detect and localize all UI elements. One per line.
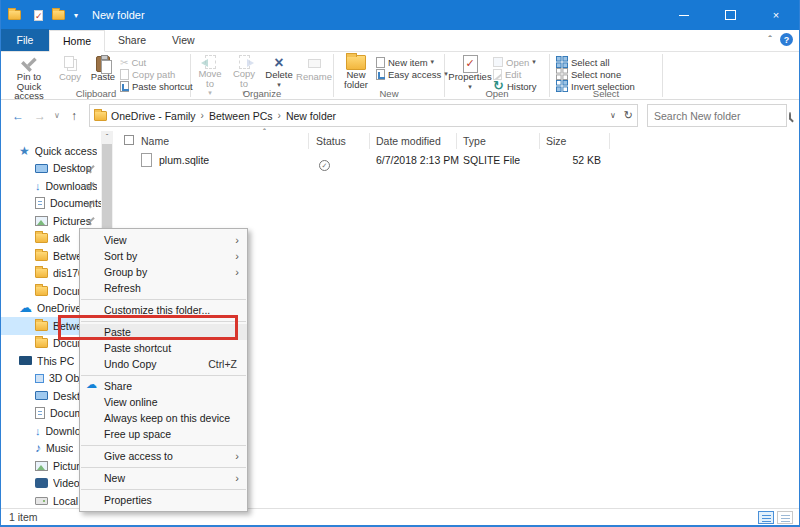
collapse-ribbon-icon[interactable]: ˆ	[768, 34, 772, 46]
menu-label: Properties	[104, 494, 152, 506]
app-folder-icon	[8, 10, 21, 20]
breadcrumb-new-folder[interactable]: New folder	[282, 110, 340, 122]
qat-dropdown-icon[interactable]: ▾	[74, 11, 78, 20]
onedrive-cloud-icon: ☁	[86, 379, 97, 389]
column-header-date-modified[interactable]: Date modified	[376, 131, 441, 151]
column-header-status[interactable]: Status	[316, 131, 346, 151]
menu-item-view[interactable]: View›	[80, 232, 247, 248]
button-label: Copy path	[132, 69, 175, 80]
sidebar-item-downloads[interactable]: ↓Downloads	[1, 177, 101, 195]
sidebar-item-quick-access[interactable]: ★Quick access	[1, 142, 101, 160]
sidebar-item-pictures[interactable]: Pictures	[1, 212, 101, 230]
menu-label: Undo Copy	[104, 358, 157, 370]
paste-icon	[96, 56, 110, 72]
sidebar-label: OneDrive	[37, 302, 81, 314]
select-none-icon	[556, 68, 568, 80]
file-size: 52 KB	[521, 151, 601, 170]
column-header-name[interactable]: Name	[141, 131, 169, 151]
documents-icon	[35, 407, 45, 419]
column-divider	[308, 133, 309, 149]
new-item-button[interactable]: New item ▾	[376, 57, 438, 68]
documents-icon	[35, 197, 45, 209]
column-header-type[interactable]: Type	[463, 131, 486, 151]
move-to-icon	[205, 55, 216, 69]
menu-item-new[interactable]: New›	[80, 470, 247, 486]
qat-properties-icon[interactable]: ✓	[34, 10, 43, 21]
tab-file[interactable]: File	[1, 29, 49, 51]
tab-view[interactable]: View	[159, 29, 208, 51]
edit-button: Edit	[493, 69, 545, 80]
search-icon[interactable]	[789, 112, 791, 120]
sidebar-item-desktop[interactable]: Desktop	[1, 160, 101, 178]
menu-item-view-online[interactable]: View online	[80, 394, 247, 410]
breadcrumb-onedrive[interactable]: OneDrive - Family	[107, 110, 200, 122]
button-label: Easy access	[388, 69, 441, 80]
button-label: Cut	[131, 57, 146, 68]
help-icon[interactable]: ?	[780, 33, 793, 46]
tab-share[interactable]: Share	[105, 29, 159, 51]
qat-new-folder-icon[interactable]	[52, 10, 65, 20]
maximize-button[interactable]	[707, 0, 753, 30]
open-button: Open ▾	[493, 57, 545, 68]
tab-home[interactable]: Home	[49, 30, 105, 52]
menu-item-paste-shortcut[interactable]: Paste shortcut	[80, 340, 247, 356]
search-input[interactable]	[648, 110, 789, 122]
button-label: Rename	[296, 72, 332, 82]
sort-ascending-icon: ˆ	[263, 127, 266, 137]
menu-item-always-keep-on-this-device[interactable]: Always keep on this device	[80, 410, 247, 426]
scroll-up-icon[interactable]: ˆ	[101, 131, 113, 143]
computer-icon	[19, 356, 32, 365]
ribbon-separator	[333, 54, 334, 97]
folder-icon	[35, 338, 48, 348]
ribbon-group-new: New folder New item ▾ Easy access ▾ New	[336, 52, 442, 100]
quick-access-star-icon: ★	[19, 144, 30, 158]
menu-item-undo-copy[interactable]: Undo CopyCtrl+Z	[80, 356, 247, 372]
menu-item-give-access-to[interactable]: Give access to›	[80, 448, 247, 464]
sync-status-icon: ✓	[319, 160, 330, 171]
context-menu: View› Sort by› Group by› Refresh Customi…	[79, 228, 248, 512]
new-folder-button[interactable]: New folder	[336, 55, 376, 88]
refresh-icon[interactable]: ↻	[624, 109, 633, 122]
menu-item-refresh[interactable]: Refresh	[80, 280, 247, 296]
breadcrumb-between-pcs[interactable]: Between PCs	[205, 110, 277, 122]
address-dropdown-icon[interactable]: ∨	[610, 111, 616, 120]
close-button[interactable]: ×	[753, 0, 799, 30]
folder-icon	[35, 286, 48, 296]
select-all-button[interactable]: Select all	[556, 57, 652, 68]
sidebar-item-documents[interactable]: Documents	[1, 195, 101, 213]
file-row-plum-sqlite[interactable]: plum.sqlite ✓ 6/7/2018 2:13 PM SQLITE Fi…	[113, 151, 799, 170]
paste-button[interactable]: Paste	[86, 55, 120, 88]
delete-button[interactable]: × Delete ▾	[261, 55, 297, 88]
edit-icon	[493, 69, 502, 80]
recent-locations-icon[interactable]: ∨	[51, 100, 63, 131]
menu-item-share[interactable]: ☁Share	[80, 378, 247, 394]
menu-item-group-by[interactable]: Group by›	[80, 264, 247, 280]
ribbon-group-open: ✓ Properties ▾ Open ▾ Edit ↻	[447, 52, 547, 100]
column-header-size[interactable]: Size	[546, 131, 566, 151]
large-icons-view-button[interactable]	[777, 511, 793, 524]
select-none-button[interactable]: Select none	[556, 69, 652, 80]
menu-item-free-up-space[interactable]: Free up space	[80, 426, 247, 442]
group-label-open: Open	[447, 88, 547, 99]
minimize-button[interactable]	[661, 0, 707, 30]
submenu-arrow-icon: ›	[235, 448, 239, 464]
details-view-button[interactable]	[758, 511, 774, 524]
address-box[interactable]: OneDrive - Family › Between PCs › New fo…	[89, 104, 638, 127]
menu-label: View online	[104, 396, 158, 408]
menu-label: Always keep on this device	[104, 412, 230, 424]
properties-button[interactable]: ✓ Properties ▾	[447, 55, 493, 88]
menu-item-sort-by[interactable]: Sort by›	[80, 248, 247, 264]
ribbon: Pin to Quick access Copy Paste ✂ Cut	[1, 52, 799, 100]
easy-access-button[interactable]: Easy access ▾	[376, 69, 438, 80]
header-checkbox[interactable]	[124, 131, 134, 151]
item-count: 1 item	[9, 511, 38, 523]
dropdown-caret-icon: ▾	[532, 58, 536, 66]
button-label: Properties	[448, 72, 491, 82]
group-label-clipboard: Clipboard	[4, 88, 188, 99]
up-icon[interactable]: ↑	[65, 100, 83, 131]
file-date-modified: 6/7/2018 2:13 PM	[376, 151, 459, 170]
menu-item-properties[interactable]: Properties	[80, 492, 247, 508]
pin-to-quick-access-button[interactable]: Pin to Quick access	[4, 55, 54, 88]
group-label-select: Select	[552, 88, 660, 99]
back-icon[interactable]: ←	[9, 100, 27, 131]
